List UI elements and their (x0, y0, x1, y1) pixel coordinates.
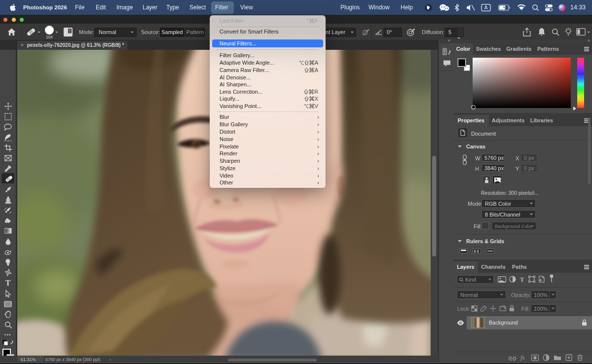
svg-text:A: A (484, 5, 488, 10)
